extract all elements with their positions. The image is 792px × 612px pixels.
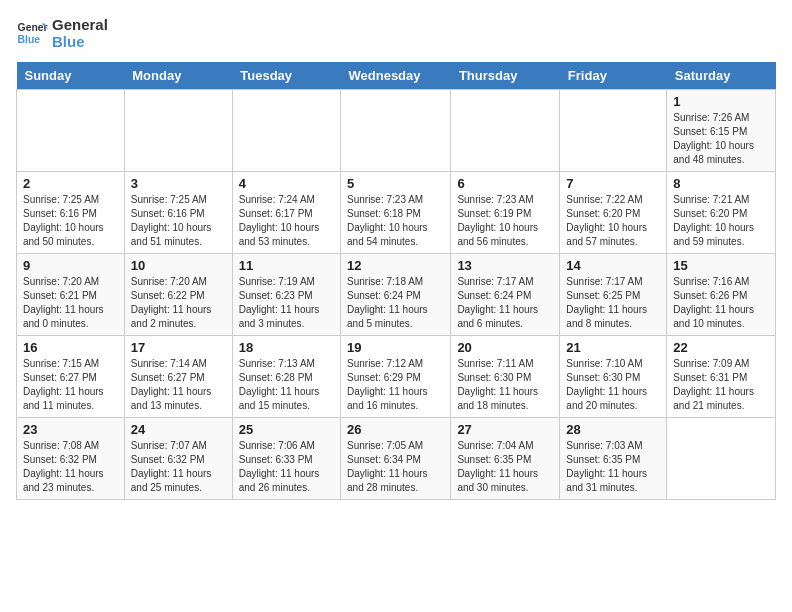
calendar-week-1: 1Sunrise: 7:26 AM Sunset: 6:15 PM Daylig… <box>17 90 776 172</box>
day-number: 14 <box>566 258 660 273</box>
day-info: Sunrise: 7:23 AM Sunset: 6:18 PM Dayligh… <box>347 193 444 249</box>
day-number: 3 <box>131 176 226 191</box>
header-tuesday: Tuesday <box>232 62 340 90</box>
calendar-cell: 15Sunrise: 7:16 AM Sunset: 6:26 PM Dayli… <box>667 254 776 336</box>
calendar-table: SundayMondayTuesdayWednesdayThursdayFrid… <box>16 62 776 500</box>
calendar-cell: 20Sunrise: 7:11 AM Sunset: 6:30 PM Dayli… <box>451 336 560 418</box>
day-info: Sunrise: 7:10 AM Sunset: 6:30 PM Dayligh… <box>566 357 660 413</box>
day-info: Sunrise: 7:20 AM Sunset: 6:21 PM Dayligh… <box>23 275 118 331</box>
day-number: 6 <box>457 176 553 191</box>
calendar-cell: 5Sunrise: 7:23 AM Sunset: 6:18 PM Daylig… <box>341 172 451 254</box>
day-number: 7 <box>566 176 660 191</box>
day-info: Sunrise: 7:26 AM Sunset: 6:15 PM Dayligh… <box>673 111 769 167</box>
calendar-cell: 2Sunrise: 7:25 AM Sunset: 6:16 PM Daylig… <box>17 172 125 254</box>
calendar-cell: 14Sunrise: 7:17 AM Sunset: 6:25 PM Dayli… <box>560 254 667 336</box>
day-info: Sunrise: 7:24 AM Sunset: 6:17 PM Dayligh… <box>239 193 334 249</box>
day-number: 1 <box>673 94 769 109</box>
day-number: 28 <box>566 422 660 437</box>
calendar-cell: 17Sunrise: 7:14 AM Sunset: 6:27 PM Dayli… <box>124 336 232 418</box>
calendar-cell: 21Sunrise: 7:10 AM Sunset: 6:30 PM Dayli… <box>560 336 667 418</box>
day-info: Sunrise: 7:07 AM Sunset: 6:32 PM Dayligh… <box>131 439 226 495</box>
day-info: Sunrise: 7:08 AM Sunset: 6:32 PM Dayligh… <box>23 439 118 495</box>
calendar-cell <box>451 90 560 172</box>
calendar-cell: 26Sunrise: 7:05 AM Sunset: 6:34 PM Dayli… <box>341 418 451 500</box>
day-number: 26 <box>347 422 444 437</box>
day-info: Sunrise: 7:04 AM Sunset: 6:35 PM Dayligh… <box>457 439 553 495</box>
logo: General Blue General Blue <box>16 16 108 50</box>
calendar-cell: 9Sunrise: 7:20 AM Sunset: 6:21 PM Daylig… <box>17 254 125 336</box>
header-thursday: Thursday <box>451 62 560 90</box>
header-sunday: Sunday <box>17 62 125 90</box>
day-info: Sunrise: 7:16 AM Sunset: 6:26 PM Dayligh… <box>673 275 769 331</box>
day-info: Sunrise: 7:19 AM Sunset: 6:23 PM Dayligh… <box>239 275 334 331</box>
day-number: 5 <box>347 176 444 191</box>
calendar-cell: 23Sunrise: 7:08 AM Sunset: 6:32 PM Dayli… <box>17 418 125 500</box>
day-number: 9 <box>23 258 118 273</box>
calendar-cell: 4Sunrise: 7:24 AM Sunset: 6:17 PM Daylig… <box>232 172 340 254</box>
calendar-cell: 18Sunrise: 7:13 AM Sunset: 6:28 PM Dayli… <box>232 336 340 418</box>
calendar-cell: 12Sunrise: 7:18 AM Sunset: 6:24 PM Dayli… <box>341 254 451 336</box>
calendar-cell: 13Sunrise: 7:17 AM Sunset: 6:24 PM Dayli… <box>451 254 560 336</box>
day-number: 24 <box>131 422 226 437</box>
day-number: 20 <box>457 340 553 355</box>
day-info: Sunrise: 7:18 AM Sunset: 6:24 PM Dayligh… <box>347 275 444 331</box>
header-wednesday: Wednesday <box>341 62 451 90</box>
day-info: Sunrise: 7:14 AM Sunset: 6:27 PM Dayligh… <box>131 357 226 413</box>
day-info: Sunrise: 7:25 AM Sunset: 6:16 PM Dayligh… <box>131 193 226 249</box>
day-number: 2 <box>23 176 118 191</box>
calendar-cell <box>17 90 125 172</box>
calendar-cell: 19Sunrise: 7:12 AM Sunset: 6:29 PM Dayli… <box>341 336 451 418</box>
day-number: 27 <box>457 422 553 437</box>
day-number: 19 <box>347 340 444 355</box>
calendar-week-3: 9Sunrise: 7:20 AM Sunset: 6:21 PM Daylig… <box>17 254 776 336</box>
day-number: 21 <box>566 340 660 355</box>
calendar-cell <box>232 90 340 172</box>
calendar-header-row: SundayMondayTuesdayWednesdayThursdayFrid… <box>17 62 776 90</box>
day-number: 12 <box>347 258 444 273</box>
calendar-cell: 16Sunrise: 7:15 AM Sunset: 6:27 PM Dayli… <box>17 336 125 418</box>
calendar-cell: 22Sunrise: 7:09 AM Sunset: 6:31 PM Dayli… <box>667 336 776 418</box>
day-number: 15 <box>673 258 769 273</box>
logo-line2: Blue <box>52 33 108 50</box>
day-info: Sunrise: 7:11 AM Sunset: 6:30 PM Dayligh… <box>457 357 553 413</box>
day-info: Sunrise: 7:06 AM Sunset: 6:33 PM Dayligh… <box>239 439 334 495</box>
header-saturday: Saturday <box>667 62 776 90</box>
day-info: Sunrise: 7:22 AM Sunset: 6:20 PM Dayligh… <box>566 193 660 249</box>
day-number: 11 <box>239 258 334 273</box>
day-number: 22 <box>673 340 769 355</box>
day-number: 25 <box>239 422 334 437</box>
calendar-cell <box>341 90 451 172</box>
day-number: 8 <box>673 176 769 191</box>
svg-text:Blue: Blue <box>18 34 41 45</box>
day-info: Sunrise: 7:05 AM Sunset: 6:34 PM Dayligh… <box>347 439 444 495</box>
day-info: Sunrise: 7:20 AM Sunset: 6:22 PM Dayligh… <box>131 275 226 331</box>
day-info: Sunrise: 7:09 AM Sunset: 6:31 PM Dayligh… <box>673 357 769 413</box>
logo-line1: General <box>52 16 108 33</box>
calendar-cell <box>667 418 776 500</box>
day-info: Sunrise: 7:03 AM Sunset: 6:35 PM Dayligh… <box>566 439 660 495</box>
calendar-cell: 6Sunrise: 7:23 AM Sunset: 6:19 PM Daylig… <box>451 172 560 254</box>
calendar-week-2: 2Sunrise: 7:25 AM Sunset: 6:16 PM Daylig… <box>17 172 776 254</box>
day-number: 13 <box>457 258 553 273</box>
calendar-cell: 1Sunrise: 7:26 AM Sunset: 6:15 PM Daylig… <box>667 90 776 172</box>
logo-icon: General Blue <box>16 17 48 49</box>
calendar-cell: 24Sunrise: 7:07 AM Sunset: 6:32 PM Dayli… <box>124 418 232 500</box>
page-header: General Blue General Blue <box>16 16 776 50</box>
calendar-cell: 10Sunrise: 7:20 AM Sunset: 6:22 PM Dayli… <box>124 254 232 336</box>
calendar-cell: 8Sunrise: 7:21 AM Sunset: 6:20 PM Daylig… <box>667 172 776 254</box>
day-number: 4 <box>239 176 334 191</box>
calendar-week-4: 16Sunrise: 7:15 AM Sunset: 6:27 PM Dayli… <box>17 336 776 418</box>
day-info: Sunrise: 7:21 AM Sunset: 6:20 PM Dayligh… <box>673 193 769 249</box>
calendar-cell: 27Sunrise: 7:04 AM Sunset: 6:35 PM Dayli… <box>451 418 560 500</box>
day-info: Sunrise: 7:17 AM Sunset: 6:24 PM Dayligh… <box>457 275 553 331</box>
day-info: Sunrise: 7:12 AM Sunset: 6:29 PM Dayligh… <box>347 357 444 413</box>
calendar-cell: 25Sunrise: 7:06 AM Sunset: 6:33 PM Dayli… <box>232 418 340 500</box>
day-number: 23 <box>23 422 118 437</box>
calendar-week-5: 23Sunrise: 7:08 AM Sunset: 6:32 PM Dayli… <box>17 418 776 500</box>
day-info: Sunrise: 7:17 AM Sunset: 6:25 PM Dayligh… <box>566 275 660 331</box>
day-number: 18 <box>239 340 334 355</box>
day-info: Sunrise: 7:13 AM Sunset: 6:28 PM Dayligh… <box>239 357 334 413</box>
header-friday: Friday <box>560 62 667 90</box>
calendar-cell <box>124 90 232 172</box>
calendar-cell: 7Sunrise: 7:22 AM Sunset: 6:20 PM Daylig… <box>560 172 667 254</box>
